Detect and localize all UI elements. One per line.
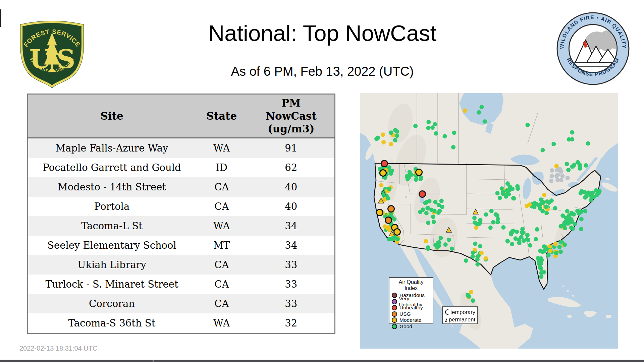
monitor-dot [479, 105, 484, 109]
monitor-dot [393, 138, 397, 142]
value-cell: 34 [248, 216, 335, 236]
monitor-dot [451, 145, 455, 149]
monitor-dot [583, 195, 587, 200]
value-cell: 91 [248, 138, 335, 158]
state-cell: MT [196, 236, 248, 255]
monitor-dot [379, 183, 383, 187]
monitor-dot [413, 124, 418, 128]
monitor-dot [544, 211, 549, 215]
monitor-dot [511, 196, 516, 200]
monitor-dot [473, 221, 477, 225]
monitor-dot [406, 177, 410, 181]
table-row: Tacoma-L StWA34 [28, 216, 335, 236]
circle-icon [391, 317, 397, 323]
monitor-dot [554, 251, 558, 255]
monitor-dot [380, 170, 386, 176]
circle-icon [391, 311, 397, 317]
monitor-dot [498, 196, 502, 200]
monitor-dot [584, 163, 588, 168]
monitor-dot [391, 237, 395, 241]
page-title: National: Top NowCast [0, 20, 644, 46]
monitor-dot [550, 168, 554, 173]
monitor-dot [484, 212, 488, 217]
monitor-dot [534, 237, 538, 241]
monitor-dot [496, 217, 500, 221]
monitor-dot [576, 160, 580, 165]
marker-legend-entry: permanent [445, 316, 475, 323]
nowcast-table-body: Maple Falls-Azure WayWA91Pocatello Garre… [28, 138, 335, 334]
monitor-dot [549, 198, 554, 203]
monitor-dot [424, 239, 428, 243]
monitor-dot [562, 242, 567, 247]
monitor-dot [542, 270, 546, 274]
monitor-dot [541, 148, 545, 153]
monitor-dot [394, 229, 400, 235]
table-header-row: Site State PM NowCast (ug/m3) [28, 94, 335, 138]
monitor-dot [387, 187, 391, 191]
monitor-dot [517, 238, 521, 242]
monitor-dot [426, 221, 430, 225]
monitor-dot [540, 199, 544, 203]
site-cell: Portola [28, 197, 196, 216]
monitor-dot [550, 174, 554, 178]
monitor-dot [436, 210, 441, 215]
monitor-dot [409, 173, 414, 177]
monitor-dot [579, 217, 584, 222]
monitor-dot [586, 190, 590, 195]
aqi-legend-entries: HazardousVery UnhealthyUnhealthyUSGModer… [391, 292, 431, 329]
value-cell: 32 [248, 313, 335, 334]
monitor-dot [579, 227, 583, 231]
monitor-dot [579, 191, 583, 195]
monitor-dot [478, 221, 482, 225]
monitor-dot [515, 230, 519, 234]
state-cell: ID [196, 158, 248, 177]
monitor-dot [393, 128, 397, 132]
monitor-dot [471, 254, 475, 259]
monitor-dot [570, 137, 574, 141]
window-edge-bar-divider [153, 360, 154, 362]
table-row: Ukiah LibraryCA33 [28, 255, 335, 275]
monitor-dot [377, 209, 383, 216]
monitor-dot [539, 275, 543, 279]
monitor-dot [554, 174, 559, 178]
monitor-dot [376, 136, 380, 140]
state-cell: CA [196, 294, 248, 313]
site-cell: Tacoma-L St [28, 216, 196, 236]
monitor-dot [553, 206, 557, 210]
monitor-dot [439, 199, 444, 203]
monitor-dot [385, 217, 392, 224]
site-cell: Seeley Elementary School [28, 236, 196, 255]
monitor-dot [566, 168, 571, 172]
monitor-dot [491, 220, 495, 225]
monitor-dot [425, 206, 430, 210]
monitor-dot [392, 217, 396, 222]
monitor-dot [532, 201, 536, 206]
monitor-dot [433, 200, 437, 204]
monitor-dot [426, 120, 431, 124]
monitor-dot [582, 190, 587, 194]
aqi-legend-title: Air Quality Index [391, 279, 431, 291]
monitor-dot [475, 262, 480, 266]
legend-entry: Moderate [391, 317, 431, 323]
monitor-dot [527, 202, 532, 207]
monitor-dot [583, 209, 587, 213]
column-header-site: Site [28, 94, 196, 138]
monitor-dot [542, 193, 546, 197]
monitor-dot [464, 258, 468, 263]
monitor-dot [419, 175, 423, 180]
monitor-dot [483, 119, 487, 124]
monitor-dot [388, 206, 394, 212]
site-cell: Ukiah Library [28, 255, 196, 275]
monitor-dot [431, 215, 435, 219]
marker-type-legend: temporarypermanent [442, 306, 478, 324]
value-cell: 33 [248, 294, 335, 313]
monitor-dot [381, 161, 388, 167]
nowcast-table: Site State PM NowCast (ug/m3) Maple Fall… [27, 94, 335, 334]
monitor-dot [477, 110, 481, 115]
monitor-dot [381, 132, 385, 137]
monitor-dot [565, 209, 570, 214]
monitor-dot [434, 131, 438, 136]
monitor-dot [555, 178, 560, 182]
monitor-dot [432, 220, 436, 224]
state-cell: WA [196, 216, 248, 236]
